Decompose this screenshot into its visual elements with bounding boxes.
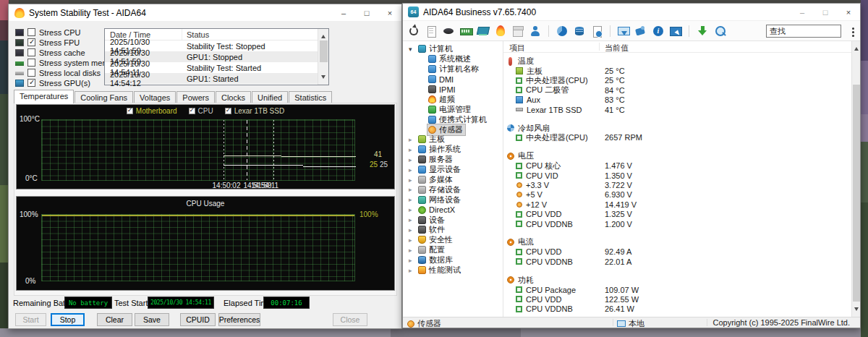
sensor-row[interactable] [503, 266, 851, 275]
sensor-row[interactable]: Aux 83 °C [503, 95, 851, 105]
stress-checkbox[interactable] [27, 38, 35, 46]
report-icon[interactable] [425, 25, 438, 38]
legend-checkbox[interactable] [189, 108, 195, 114]
tab[interactable]: Temperatures [14, 90, 74, 103]
menu-dots-icon[interactable] [852, 27, 854, 30]
tree-item[interactable]: 设备 [403, 215, 503, 225]
sensor-row[interactable]: 主板 25 °C [503, 66, 851, 75]
connect-icon[interactable] [634, 25, 647, 38]
sensor-row[interactable]: CPU VDD 1.325 V [503, 209, 851, 218]
tab[interactable]: Cooling Fans [75, 91, 133, 103]
stress-checkbox[interactable] [27, 59, 35, 67]
stress-checkbox[interactable] [27, 79, 35, 87]
minimize-button[interactable]: – [791, 4, 814, 20]
legend-checkbox[interactable] [127, 108, 133, 114]
save-button[interactable]: Save [135, 313, 169, 326]
tab[interactable]: Statistics [289, 91, 332, 103]
tree-expand-arrow-icon[interactable] [409, 146, 417, 153]
maximize-button[interactable]: □ [814, 4, 837, 20]
stress-checkbox[interactable] [27, 69, 35, 77]
tree-expand-arrow-icon[interactable] [409, 216, 417, 223]
tree-item[interactable]: 多媒体 [403, 175, 503, 185]
tree-expand-arrow-icon[interactable] [409, 186, 417, 193]
legend-item[interactable]: Lexar 1TB SSD [225, 107, 284, 115]
tree-item[interactable]: 性能测试 [403, 265, 503, 276]
sensor-row[interactable]: CPU VID 1.350 V [503, 171, 851, 180]
column-item[interactable]: 项目 [509, 43, 525, 54]
tree-expand-arrow-icon[interactable] [409, 236, 417, 244]
sensor-row[interactable]: CPU 核心 1.476 V [503, 161, 851, 171]
tree-item[interactable]: DirectX [403, 205, 503, 215]
flame-stress-icon[interactable] [494, 25, 507, 38]
tree-item[interactable]: 软件 [403, 225, 503, 235]
sensor-row[interactable]: 电流 [503, 237, 851, 247]
sensor-row[interactable]: 电压 [503, 151, 851, 161]
tree-expand-arrow-icon[interactable] [409, 247, 417, 254]
start-button[interactable]: Start [15, 313, 46, 326]
sensor-row[interactable]: CPU VDDNB 22.01 A [503, 257, 851, 266]
tree-item[interactable]: DMI [403, 74, 503, 85]
log-column-status[interactable]: Status [182, 30, 209, 39]
tree-item[interactable]: 服务器 [403, 155, 503, 165]
sensor-row[interactable]: CPU VDD 92.49 A [503, 247, 851, 257]
tree-item[interactable]: 操作系统 [403, 145, 503, 155]
tree-item[interactable]: 存储设备 [403, 184, 503, 195]
stop-button[interactable]: Stop [51, 313, 85, 326]
maximize-button[interactable]: □ [355, 4, 378, 21]
sensor-row[interactable]: +5 V 6.930 V [503, 190, 851, 200]
stress-checkbox[interactable] [27, 48, 35, 56]
aida64-titlebar[interactable]: 64 AIDA64 Business v7.65.7400 – □ × [403, 4, 860, 21]
sensor-row[interactable]: CPU VDDNB 1.200 V [503, 219, 851, 229]
tree-item[interactable]: 配置 [403, 245, 503, 255]
close-button[interactable]: × [378, 4, 401, 21]
zoom-icon[interactable] [713, 25, 726, 38]
tree-item[interactable]: 便携式计算机 [403, 114, 503, 124]
info-icon[interactable] [652, 25, 665, 38]
tree-item[interactable]: 计算机 [403, 44, 503, 54]
tree-expand-arrow-icon[interactable] [409, 226, 417, 234]
scroll-down-icon[interactable] [854, 307, 859, 313]
tree-item[interactable]: 安全性 [403, 235, 503, 245]
preferences-button[interactable]: Preferences [218, 313, 260, 326]
sensor-row[interactable]: 冷却风扇 [503, 123, 851, 132]
panel-scroll-thumb[interactable] [853, 85, 860, 302]
package-icon[interactable] [511, 25, 524, 38]
sensor-row[interactable]: +12 V 14.419 V [503, 200, 851, 209]
column-separator[interactable] [599, 43, 600, 51]
sensor-row[interactable] [503, 142, 851, 151]
tree-item[interactable]: IPMI [403, 85, 503, 95]
tree-item[interactable]: 主板 [403, 135, 503, 145]
sensor-row[interactable]: CPU Package 109.07 W [503, 285, 851, 294]
legend-item[interactable]: Motherboard [127, 107, 177, 115]
tree-item[interactable]: 超频 [403, 94, 503, 104]
refresh-icon[interactable] [407, 25, 420, 38]
user-icon[interactable] [529, 25, 542, 38]
memory-icon[interactable] [459, 25, 472, 38]
scroll-up-icon[interactable] [854, 45, 859, 51]
minimize-button[interactable]: – [332, 4, 355, 21]
close-button[interactable]: × [837, 4, 860, 20]
tab[interactable]: Unified [252, 91, 288, 103]
sensor-row[interactable]: Lexar 1TB SSD 41 °C [503, 105, 851, 114]
tab[interactable]: Powers [176, 91, 215, 103]
gpu-icon[interactable] [477, 25, 490, 38]
pie-chart-icon[interactable] [556, 25, 569, 38]
tree-expand-arrow-icon[interactable] [409, 196, 417, 203]
scroll-down-icon[interactable] [321, 75, 326, 81]
log-row[interactable]: 2025/10/30 14:54:12 GPU1: Started [105, 73, 318, 84]
search-input[interactable] [766, 25, 841, 38]
remote-control-icon[interactable] [669, 25, 682, 38]
cpuid-button[interactable]: CPUID [180, 313, 216, 326]
sensor-row[interactable] [503, 114, 851, 123]
tree-expand-arrow-icon[interactable] [409, 176, 417, 184]
legend-item[interactable]: CPU [189, 107, 213, 115]
sensor-row[interactable]: 温度 [503, 56, 851, 66]
tree-expand-arrow-icon[interactable] [409, 267, 417, 274]
tree-item[interactable]: 显示设备 [403, 165, 503, 175]
report-schedule-icon[interactable] [590, 25, 603, 38]
tree-expand-arrow-icon[interactable] [409, 156, 417, 163]
sensor-row[interactable]: 中央处理器(CPU) 2657 RPM [503, 133, 851, 142]
sensor-row[interactable]: CPU VDDNB 26.41 W [503, 304, 851, 314]
remote-monitor-icon[interactable] [617, 25, 630, 38]
tab[interactable]: Voltages [134, 91, 176, 103]
